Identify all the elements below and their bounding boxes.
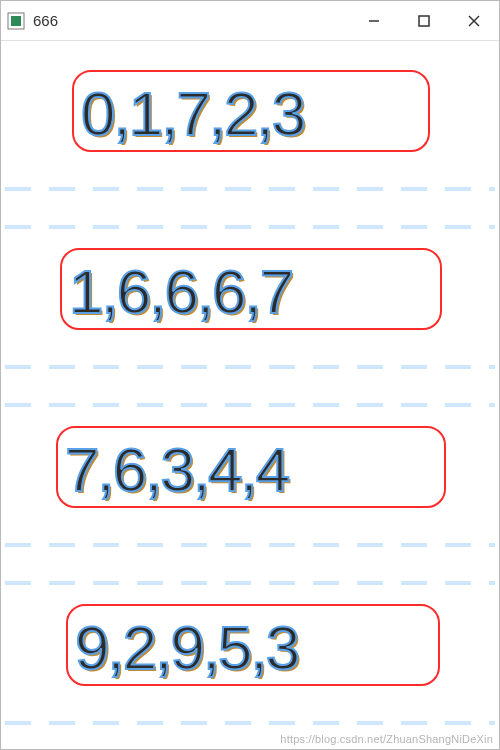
window-title: 666 [33, 12, 58, 29]
maximize-button[interactable] [399, 1, 449, 41]
app-icon [7, 12, 25, 30]
digit-row-1: 1,6,6,6,7 1,6,6,6,7 1,6,6,6,7 [61, 249, 441, 329]
row-text-outline: 0,1,7,2,3 [81, 79, 304, 148]
client-area: 0,1,7,2,3 0,1,7,2,3 0,1,7,2,3 1,6,6,6,7 … [1, 41, 499, 749]
image-canvas: 0,1,7,2,3 0,1,7,2,3 0,1,7,2,3 1,6,6,6,7 … [1, 41, 499, 749]
svg-rect-1 [11, 16, 21, 26]
title-bar[interactable]: 666 [1, 1, 499, 41]
row-text-outline: 7,6,3,4,4 [65, 435, 289, 504]
row-text-outline: 9,2,9,5,3 [75, 613, 298, 682]
svg-rect-3 [419, 16, 429, 26]
digit-row-0: 0,1,7,2,3 0,1,7,2,3 0,1,7,2,3 [73, 71, 429, 151]
row-text-outline: 1,6,6,6,7 [69, 257, 292, 326]
close-button[interactable] [449, 1, 499, 41]
digit-row-3: 9,2,9,5,3 9,2,9,5,3 9,2,9,5,3 [67, 605, 439, 685]
minimize-button[interactable] [349, 1, 399, 41]
digit-row-2: 7,6,3,4,4 7,6,3,4,4 7,6,3,4,4 [57, 427, 445, 507]
window-frame: 666 [0, 0, 500, 750]
